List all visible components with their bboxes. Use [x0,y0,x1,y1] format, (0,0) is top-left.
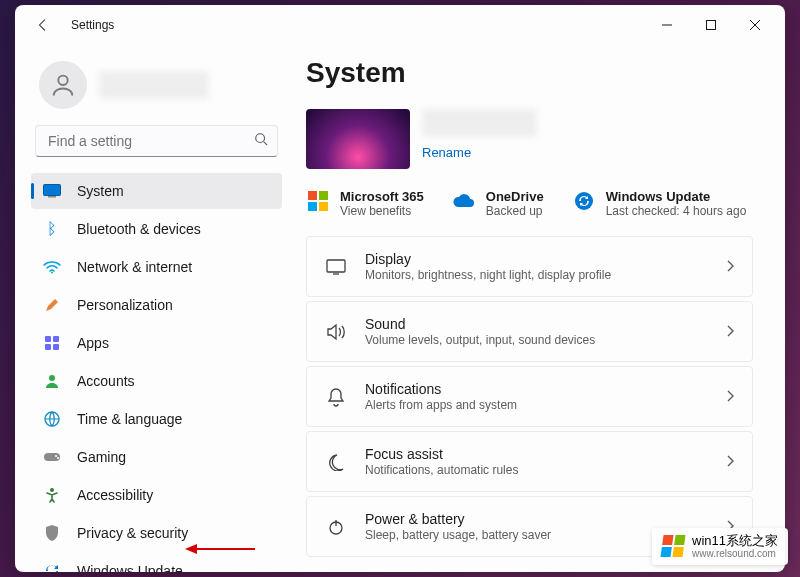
status-sub: View benefits [340,204,424,218]
status-title: OneDrive [486,189,544,204]
card-focus-assist[interactable]: Focus assist Notifications, automatic ru… [306,431,753,492]
card-title: Display [365,251,708,267]
svg-rect-6 [45,336,51,342]
nav-list: System ᛒ Bluetooth & devices Network & i… [31,173,282,572]
watermark: win11系统之家 www.relsound.com [652,528,788,565]
rename-link[interactable]: Rename [422,145,471,160]
svg-point-15 [50,488,54,492]
bell-icon [325,386,347,408]
device-name [422,109,537,137]
watermark-title: win11系统之家 [692,534,778,548]
card-title: Sound [365,316,708,332]
sidebar-item-accessibility[interactable]: Accessibility [31,477,282,513]
svg-rect-7 [53,336,59,342]
status-sub: Backed up [486,204,544,218]
search-icon [254,132,268,150]
sidebar-item-system[interactable]: System [31,173,282,209]
sidebar-item-personalization[interactable]: Personalization [31,287,282,323]
titlebar: Settings [15,5,785,45]
maximize-icon [706,20,716,30]
display-icon [325,256,347,278]
back-button[interactable] [27,9,59,41]
card-title: Notifications [365,381,708,397]
wallpaper-thumbnail [306,109,410,169]
svg-rect-4 [48,196,56,198]
status-m365[interactable]: Microsoft 365 View benefits [306,189,424,218]
svg-point-16 [575,192,593,210]
sidebar: System ᛒ Bluetooth & devices Network & i… [15,45,290,572]
card-sub: Monitors, brightness, night light, displ… [365,268,708,282]
minimize-icon [662,20,672,30]
status-onedrive[interactable]: OneDrive Backed up [452,189,544,218]
sidebar-item-label: Personalization [77,297,173,313]
person-icon [49,71,77,99]
arrow-left-icon [36,18,50,32]
chevron-right-icon [726,453,734,471]
sidebar-item-network[interactable]: Network & internet [31,249,282,285]
sidebar-item-label: Bluetooth & devices [77,221,201,237]
svg-rect-0 [707,21,716,30]
search-input[interactable] [35,125,278,157]
watermark-logo-icon [660,535,685,557]
bluetooth-icon: ᛒ [43,220,61,238]
shield-icon [43,524,61,542]
accounts-icon [43,372,61,390]
status-title: Microsoft 365 [340,189,424,204]
microsoft-365-icon [306,189,330,213]
svg-point-1 [58,76,67,85]
card-notifications[interactable]: Notifications Alerts from apps and syste… [306,366,753,427]
svg-point-10 [49,375,55,381]
sidebar-item-label: Apps [77,335,109,351]
sidebar-item-label: Windows Update [77,563,183,572]
chevron-right-icon [726,388,734,406]
sidebar-item-label: Accessibility [77,487,153,503]
sidebar-item-windows-update[interactable]: Windows Update [31,553,282,572]
accessibility-icon [43,486,61,504]
status-update[interactable]: Windows Update Last checked: 4 hours ago [572,189,747,218]
sidebar-item-apps[interactable]: Apps [31,325,282,361]
avatar [39,61,87,109]
card-sub: Volume levels, output, input, sound devi… [365,333,708,347]
watermark-sub: www.relsound.com [692,548,778,559]
apps-icon [43,334,61,352]
device-name-block: Rename [422,109,537,161]
sidebar-item-gaming[interactable]: Gaming [31,439,282,475]
windows-update-icon [572,189,596,213]
svg-rect-12 [44,453,60,461]
sidebar-item-label: Accounts [77,373,135,389]
svg-point-14 [57,457,59,459]
svg-rect-9 [53,344,59,350]
sidebar-item-privacy[interactable]: Privacy & security [31,515,282,551]
main-content: System Rename Microsoft 365 View benefit… [290,45,785,572]
card-sound[interactable]: Sound Volume levels, output, input, soun… [306,301,753,362]
page-title: System [306,57,753,89]
close-icon [750,20,760,30]
svg-point-13 [55,455,57,457]
sidebar-item-label: Gaming [77,449,126,465]
sidebar-item-label: Privacy & security [77,525,188,541]
sidebar-item-label: Network & internet [77,259,192,275]
power-icon [325,516,347,538]
card-display[interactable]: Display Monitors, brightness, night ligh… [306,236,753,297]
sidebar-item-accounts[interactable]: Accounts [31,363,282,399]
window-body: System ᛒ Bluetooth & devices Network & i… [15,45,785,572]
card-sub: Notifications, automatic rules [365,463,708,477]
maximize-button[interactable] [689,9,733,41]
sidebar-item-bluetooth[interactable]: ᛒ Bluetooth & devices [31,211,282,247]
device-hero: Rename [306,109,753,169]
profile-section[interactable] [31,53,282,125]
sidebar-item-time-language[interactable]: Time & language [31,401,282,437]
minimize-button[interactable] [645,9,689,41]
chevron-right-icon [726,323,734,341]
card-title: Focus assist [365,446,708,462]
system-icon [43,182,61,200]
onedrive-icon [452,189,476,213]
status-row: Microsoft 365 View benefits OneDrive Bac… [306,189,753,218]
wifi-icon [43,258,61,276]
close-button[interactable] [733,9,777,41]
status-title: Windows Update [606,189,747,204]
window-controls [645,9,777,41]
settings-window: Settings System [15,5,785,572]
gaming-icon [43,448,61,466]
chevron-right-icon [726,258,734,276]
